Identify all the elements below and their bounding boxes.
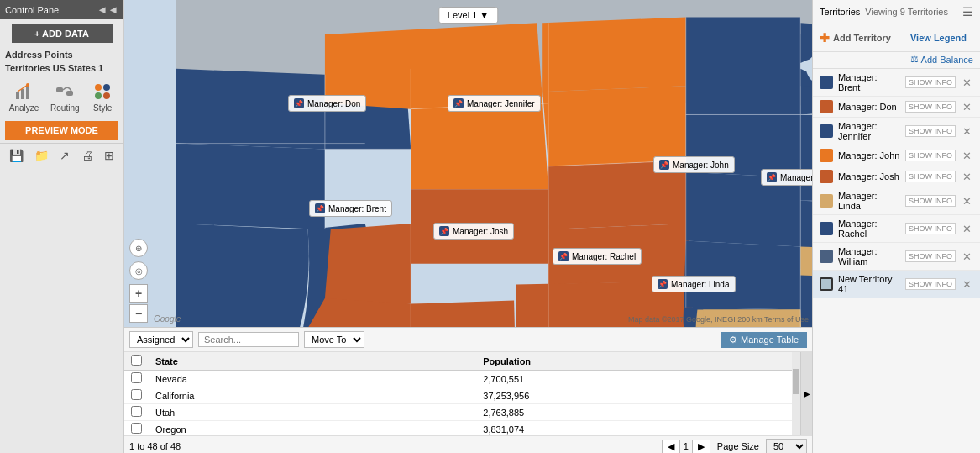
close-territory-don[interactable]: ✕ [961,101,973,113]
manage-table-button[interactable]: ⚙ Manage Table [721,332,807,348]
viewing-count: Viewing 9 Territories [865,7,948,17]
close-territory-new-41[interactable]: ✕ [961,278,973,291]
close-territory-josh[interactable]: ✕ [961,171,973,183]
map-attribution: Map data ©2017 Google, INEGI 200 km Term… [628,315,809,324]
page-number: 1 [684,441,689,451]
add-data-button[interactable]: + ADD DATA [12,24,113,43]
google-logo: Google [154,314,181,324]
move-to-select[interactable]: Move To [304,331,364,348]
close-territory-jennifer[interactable]: ✕ [961,125,973,138]
table-collapse-handle[interactable]: ▶ [800,352,812,435]
zoom-in-button[interactable]: + [129,284,148,303]
prev-page-button[interactable]: ◀ [662,440,680,454]
row-checkbox[interactable] [124,421,149,436]
view-legend-button[interactable]: View Legend [904,28,973,48]
row-checkbox[interactable] [124,371,149,387]
territory-item-john[interactable]: Manager: John SHOW INFO ✕ [813,145,980,166]
territory-color-linda [820,194,833,208]
state-column-header: State [149,352,476,371]
show-info-william[interactable]: SHOW INFO [905,250,956,262]
territory-color-william [820,250,833,263]
zoom-compass-button[interactable]: ◎ [129,261,148,280]
close-territory-brent[interactable]: ✕ [961,76,973,89]
close-territory-linda[interactable]: ✕ [961,195,973,208]
close-territory-william[interactable]: ✕ [961,250,973,263]
territory-item-jennifer[interactable]: Manager: Jennifer SHOW INFO ✕ [813,118,980,145]
territory-name-william: Manager: William [838,246,900,266]
show-info-new-41[interactable]: SHOW INFO [905,278,956,290]
territory-item-new-41[interactable]: New Territory 41 SHOW INFO ✕ [813,271,980,298]
population-column-header: Population [476,352,800,371]
table-body: Nevada 2,700,551 California 37,253,956 U… [124,371,800,436]
svg-point-4 [26,83,29,87]
add-balance-button[interactable]: ⚖ Add Balance [910,54,973,65]
menu-icon[interactable]: ☰ [962,5,973,18]
territory-name-linda: Manager: Linda [838,191,900,211]
territory-item-don[interactable]: Manager: Don SHOW INFO ✕ [813,97,980,118]
collapse-button[interactable]: ◄◄ [97,3,118,16]
territory-color-brent [820,76,833,89]
folder-icon[interactable]: 📁 [31,147,52,164]
style-tool[interactable]: Style [91,80,114,113]
right-panel: Territories Viewing 9 Territories ☰ ✚ Ad… [812,0,980,453]
table-search-input[interactable] [198,332,299,347]
save-icon[interactable]: 💾 [6,147,27,164]
territory-name-rachel: Manager: Rachel [838,219,900,239]
zoom-controls: ⊕ ◎ + − [129,239,148,323]
population-cell: 3,831,074 [476,421,800,436]
territory-color-josh [820,170,833,183]
population-cell: 2,763,885 [476,404,800,421]
territory-color-new-41 [820,277,833,291]
grid-icon[interactable]: ⊞ [101,147,118,164]
territory-color-john [820,149,833,162]
table-scrollbar-thumb[interactable] [793,369,799,394]
row-checkbox[interactable] [124,387,149,404]
show-info-brent[interactable]: SHOW INFO [905,76,956,88]
row-checkbox[interactable] [124,404,149,421]
next-page-button[interactable]: ▶ [692,440,710,454]
address-points-label: Address Points [0,48,123,61]
show-info-linda[interactable]: SHOW INFO [905,195,956,207]
territory-name-don: Manager: Don [838,102,900,112]
analyze-tool[interactable]: Analyze [9,80,39,113]
share-icon[interactable]: ↗ [56,147,73,164]
territory-item-rachel[interactable]: Manager: Rachel SHOW INFO ✕ [813,215,980,243]
control-panel-title: Control Panel [5,5,61,15]
territory-item-linda[interactable]: Manager: Linda SHOW INFO ✕ [813,187,980,215]
show-info-josh[interactable]: SHOW INFO [905,171,956,182]
data-table: State Population Nevada 2,700,551 Califo [124,352,800,435]
state-cell: Utah [149,404,476,421]
table-toolbar: Assigned Move To ⚙ Manage Table [124,328,812,352]
table-footer: 1 to 48 of 48 ◀ 1 ▶ Page Size 50 100 [124,435,812,453]
map-area[interactable]: Level 1 ▼ [124,0,812,453]
preview-mode-button[interactable]: PREVIEW MODE [5,121,118,140]
routing-tool[interactable]: Routing [50,80,79,113]
close-territory-rachel[interactable]: ✕ [961,223,973,235]
bottom-icons-row: 💾 📁 ↗ 🖨 ⊞ [0,143,123,167]
checkbox-header[interactable] [124,352,149,371]
territory-item-william[interactable]: Manager: William SHOW INFO ✕ [813,243,980,271]
pagination-info: 1 to 48 of 48 [129,441,181,451]
show-info-rachel[interactable]: SHOW INFO [905,223,956,234]
show-info-john[interactable]: SHOW INFO [905,150,956,161]
zoom-location-button[interactable]: ⊕ [129,239,148,257]
routing-label: Routing [50,103,79,113]
territory-color-jennifer [820,124,833,138]
select-all-checkbox[interactable] [131,355,142,366]
tool-icons-row: Analyze Routing Style [0,75,123,118]
print-icon[interactable]: 🖨 [78,147,97,164]
show-info-jennifer[interactable]: SHOW INFO [905,125,956,137]
table-scrollbar[interactable] [792,352,800,435]
territory-name-brent: Manager: Brent [838,72,900,92]
show-info-don[interactable]: SHOW INFO [905,101,956,113]
zoom-out-button[interactable]: − [129,304,148,323]
add-territory-button[interactable]: ✚ Add Territory [820,31,891,45]
territory-item-josh[interactable]: Manager: Josh SHOW INFO ✕ [813,166,980,187]
page-size-select[interactable]: 50 100 [766,439,807,453]
table-row: Nevada 2,700,551 [124,371,800,387]
assigned-select[interactable]: Assigned [129,331,193,348]
svg-point-9 [95,92,102,99]
territory-item-brent[interactable]: Manager: Brent SHOW INFO ✕ [813,69,980,97]
level-button[interactable]: Level 1 ▼ [438,7,498,24]
close-territory-john[interactable]: ✕ [961,150,973,162]
